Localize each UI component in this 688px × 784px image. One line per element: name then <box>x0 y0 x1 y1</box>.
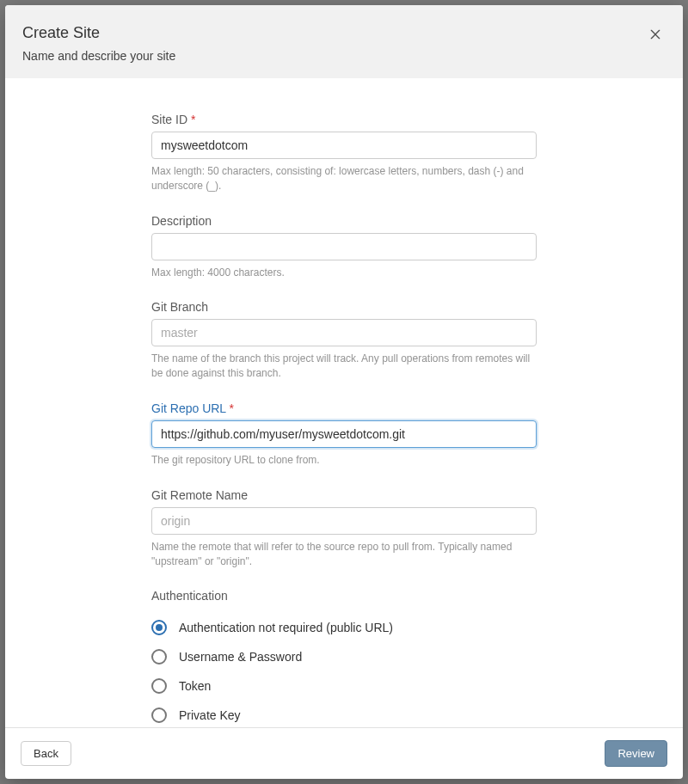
dialog-subtitle: Name and describe your site <box>22 49 666 63</box>
dialog-title: Create Site <box>22 24 666 42</box>
description-input[interactable] <box>151 233 537 260</box>
site-id-input[interactable] <box>151 132 537 159</box>
field-site-id: Site ID * Max length: 50 characters, con… <box>151 113 537 193</box>
git-branch-label: Git Branch <box>151 300 537 314</box>
auth-option-label: Username & Password <box>179 650 302 664</box>
auth-option-username-password[interactable]: Username & Password <box>151 642 537 671</box>
create-site-dialog: Create Site Name and describe your site … <box>5 5 683 779</box>
radio-unselected-icon <box>151 678 167 694</box>
close-button[interactable] <box>645 24 666 45</box>
radio-unselected-icon <box>151 707 167 723</box>
radio-selected-icon <box>151 620 167 635</box>
git-branch-input[interactable] <box>151 319 537 346</box>
required-indicator: * <box>191 113 195 126</box>
field-description: Description Max length: 4000 characters. <box>151 214 537 280</box>
auth-option-public[interactable]: Authentication not required (public URL) <box>151 613 537 642</box>
field-git-remote-name: Git Remote Name Name the remote that wil… <box>151 488 537 569</box>
git-repo-url-label: Git Repo URL * <box>151 401 537 415</box>
field-git-repo-url: Git Repo URL * The git repository URL to… <box>151 401 537 468</box>
form: Site ID * Max length: 50 characters, con… <box>151 113 537 727</box>
review-button[interactable]: Review <box>605 740 667 767</box>
git-remote-name-label: Git Remote Name <box>151 488 537 502</box>
git-branch-help: The name of the branch this project will… <box>151 352 537 381</box>
authentication-radio-group: Authentication not required (public URL)… <box>151 613 537 727</box>
field-git-branch: Git Branch The name of the branch this p… <box>151 300 537 381</box>
git-remote-name-input[interactable] <box>151 507 537 535</box>
site-id-help: Max length: 50 characters, consisting of… <box>151 164 537 193</box>
required-indicator: * <box>230 401 234 415</box>
site-id-label: Site ID * <box>151 113 537 126</box>
dialog-footer: Back Review <box>5 727 683 779</box>
git-repo-url-input[interactable] <box>151 420 537 448</box>
description-label: Description <box>151 214 537 228</box>
description-help: Max length: 4000 characters. <box>151 266 537 280</box>
authentication-section-label: Authentication <box>151 589 537 603</box>
auth-option-token[interactable]: Token <box>151 671 537 701</box>
git-repo-url-help: The git repository URL to clone from. <box>151 453 537 468</box>
dialog-header: Create Site Name and describe your site <box>5 5 683 78</box>
radio-unselected-icon <box>151 649 167 665</box>
close-icon <box>645 28 666 41</box>
auth-option-private-key[interactable]: Private Key <box>151 701 537 727</box>
back-button[interactable]: Back <box>21 741 71 766</box>
git-remote-name-help: Name the remote that will refer to the s… <box>151 540 537 569</box>
auth-option-label: Token <box>179 679 211 693</box>
dialog-body: Site ID * Max length: 50 characters, con… <box>5 78 683 727</box>
auth-option-label: Private Key <box>179 708 241 722</box>
auth-option-label: Authentication not required (public URL) <box>179 621 393 634</box>
